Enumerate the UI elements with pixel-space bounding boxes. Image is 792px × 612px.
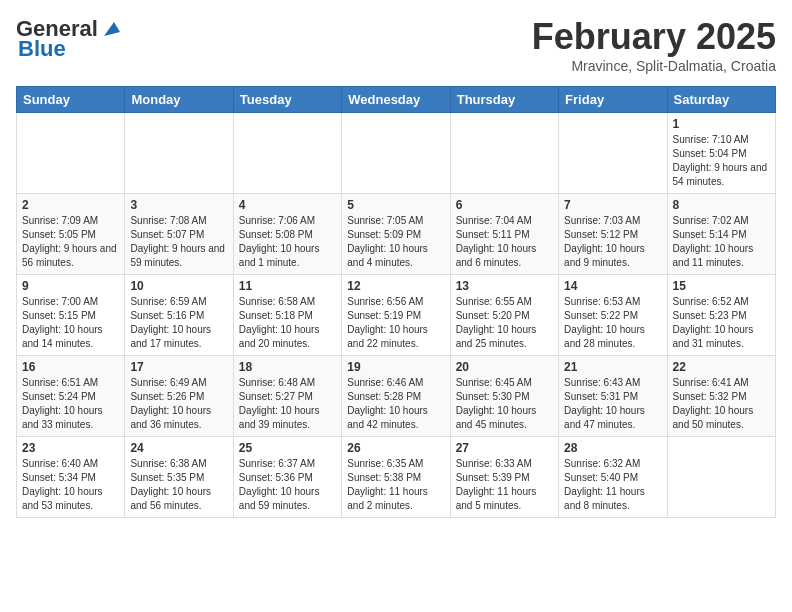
day-number: 27: [456, 441, 553, 455]
day-number: 9: [22, 279, 119, 293]
weekday-header-saturday: Saturday: [667, 87, 775, 113]
calendar-cell: 21Sunrise: 6:43 AM Sunset: 5:31 PM Dayli…: [559, 356, 667, 437]
day-info: Sunrise: 6:38 AM Sunset: 5:35 PM Dayligh…: [130, 457, 227, 513]
day-number: 28: [564, 441, 661, 455]
logo-blue: Blue: [18, 36, 66, 62]
calendar-cell: [559, 113, 667, 194]
calendar-cell: [450, 113, 558, 194]
day-info: Sunrise: 6:46 AM Sunset: 5:28 PM Dayligh…: [347, 376, 444, 432]
day-number: 13: [456, 279, 553, 293]
day-number: 23: [22, 441, 119, 455]
weekday-header-monday: Monday: [125, 87, 233, 113]
day-number: 17: [130, 360, 227, 374]
calendar-cell: 10Sunrise: 6:59 AM Sunset: 5:16 PM Dayli…: [125, 275, 233, 356]
calendar-cell: 19Sunrise: 6:46 AM Sunset: 5:28 PM Dayli…: [342, 356, 450, 437]
calendar-cell: 26Sunrise: 6:35 AM Sunset: 5:38 PM Dayli…: [342, 437, 450, 518]
calendar-cell: 3Sunrise: 7:08 AM Sunset: 5:07 PM Daylig…: [125, 194, 233, 275]
calendar-cell: 25Sunrise: 6:37 AM Sunset: 5:36 PM Dayli…: [233, 437, 341, 518]
calendar-cell: 13Sunrise: 6:55 AM Sunset: 5:20 PM Dayli…: [450, 275, 558, 356]
day-number: 8: [673, 198, 770, 212]
day-number: 14: [564, 279, 661, 293]
day-number: 3: [130, 198, 227, 212]
calendar-cell: 4Sunrise: 7:06 AM Sunset: 5:08 PM Daylig…: [233, 194, 341, 275]
day-number: 7: [564, 198, 661, 212]
day-info: Sunrise: 6:45 AM Sunset: 5:30 PM Dayligh…: [456, 376, 553, 432]
weekday-header-sunday: Sunday: [17, 87, 125, 113]
calendar-cell: 27Sunrise: 6:33 AM Sunset: 5:39 PM Dayli…: [450, 437, 558, 518]
day-number: 20: [456, 360, 553, 374]
page-header: General Blue February 2025 Mravince, Spl…: [16, 16, 776, 74]
day-info: Sunrise: 7:09 AM Sunset: 5:05 PM Dayligh…: [22, 214, 119, 270]
day-info: Sunrise: 7:06 AM Sunset: 5:08 PM Dayligh…: [239, 214, 336, 270]
day-info: Sunrise: 6:59 AM Sunset: 5:16 PM Dayligh…: [130, 295, 227, 351]
calendar-week-5: 23Sunrise: 6:40 AM Sunset: 5:34 PM Dayli…: [17, 437, 776, 518]
day-number: 16: [22, 360, 119, 374]
calendar-cell: 2Sunrise: 7:09 AM Sunset: 5:05 PM Daylig…: [17, 194, 125, 275]
calendar-week-4: 16Sunrise: 6:51 AM Sunset: 5:24 PM Dayli…: [17, 356, 776, 437]
day-number: 15: [673, 279, 770, 293]
calendar-table: SundayMondayTuesdayWednesdayThursdayFrid…: [16, 86, 776, 518]
day-info: Sunrise: 6:51 AM Sunset: 5:24 PM Dayligh…: [22, 376, 119, 432]
day-info: Sunrise: 6:49 AM Sunset: 5:26 PM Dayligh…: [130, 376, 227, 432]
day-info: Sunrise: 7:10 AM Sunset: 5:04 PM Dayligh…: [673, 133, 770, 189]
day-info: Sunrise: 7:04 AM Sunset: 5:11 PM Dayligh…: [456, 214, 553, 270]
weekday-header-thursday: Thursday: [450, 87, 558, 113]
day-number: 11: [239, 279, 336, 293]
day-info: Sunrise: 7:05 AM Sunset: 5:09 PM Dayligh…: [347, 214, 444, 270]
calendar-cell: 15Sunrise: 6:52 AM Sunset: 5:23 PM Dayli…: [667, 275, 775, 356]
day-info: Sunrise: 6:58 AM Sunset: 5:18 PM Dayligh…: [239, 295, 336, 351]
calendar-cell: 23Sunrise: 6:40 AM Sunset: 5:34 PM Dayli…: [17, 437, 125, 518]
calendar-cell: 17Sunrise: 6:49 AM Sunset: 5:26 PM Dayli…: [125, 356, 233, 437]
day-number: 24: [130, 441, 227, 455]
calendar-body: 1Sunrise: 7:10 AM Sunset: 5:04 PM Daylig…: [17, 113, 776, 518]
weekday-header-tuesday: Tuesday: [233, 87, 341, 113]
day-number: 21: [564, 360, 661, 374]
day-info: Sunrise: 6:32 AM Sunset: 5:40 PM Dayligh…: [564, 457, 661, 513]
day-info: Sunrise: 6:43 AM Sunset: 5:31 PM Dayligh…: [564, 376, 661, 432]
calendar-cell: 14Sunrise: 6:53 AM Sunset: 5:22 PM Dayli…: [559, 275, 667, 356]
day-info: Sunrise: 6:33 AM Sunset: 5:39 PM Dayligh…: [456, 457, 553, 513]
calendar-cell: 5Sunrise: 7:05 AM Sunset: 5:09 PM Daylig…: [342, 194, 450, 275]
day-number: 2: [22, 198, 119, 212]
logo: General Blue: [16, 16, 122, 62]
calendar-cell: [17, 113, 125, 194]
calendar-cell: [125, 113, 233, 194]
title-block: February 2025 Mravince, Split-Dalmatia, …: [532, 16, 776, 74]
calendar-cell: 9Sunrise: 7:00 AM Sunset: 5:15 PM Daylig…: [17, 275, 125, 356]
day-info: Sunrise: 7:02 AM Sunset: 5:14 PM Dayligh…: [673, 214, 770, 270]
calendar-week-3: 9Sunrise: 7:00 AM Sunset: 5:15 PM Daylig…: [17, 275, 776, 356]
day-info: Sunrise: 6:35 AM Sunset: 5:38 PM Dayligh…: [347, 457, 444, 513]
svg-marker-0: [104, 22, 120, 36]
location: Mravince, Split-Dalmatia, Croatia: [532, 58, 776, 74]
calendar-cell: 11Sunrise: 6:58 AM Sunset: 5:18 PM Dayli…: [233, 275, 341, 356]
weekday-header-row: SundayMondayTuesdayWednesdayThursdayFrid…: [17, 87, 776, 113]
day-number: 25: [239, 441, 336, 455]
calendar-week-2: 2Sunrise: 7:09 AM Sunset: 5:05 PM Daylig…: [17, 194, 776, 275]
month-year: February 2025: [532, 16, 776, 58]
day-number: 6: [456, 198, 553, 212]
day-number: 26: [347, 441, 444, 455]
calendar-cell: 12Sunrise: 6:56 AM Sunset: 5:19 PM Dayli…: [342, 275, 450, 356]
day-info: Sunrise: 6:41 AM Sunset: 5:32 PM Dayligh…: [673, 376, 770, 432]
calendar-cell: 22Sunrise: 6:41 AM Sunset: 5:32 PM Dayli…: [667, 356, 775, 437]
calendar-cell: 28Sunrise: 6:32 AM Sunset: 5:40 PM Dayli…: [559, 437, 667, 518]
day-info: Sunrise: 6:40 AM Sunset: 5:34 PM Dayligh…: [22, 457, 119, 513]
weekday-header-wednesday: Wednesday: [342, 87, 450, 113]
day-number: 19: [347, 360, 444, 374]
calendar-cell: 24Sunrise: 6:38 AM Sunset: 5:35 PM Dayli…: [125, 437, 233, 518]
calendar-cell: [342, 113, 450, 194]
calendar-cell: 1Sunrise: 7:10 AM Sunset: 5:04 PM Daylig…: [667, 113, 775, 194]
day-info: Sunrise: 7:08 AM Sunset: 5:07 PM Dayligh…: [130, 214, 227, 270]
day-number: 12: [347, 279, 444, 293]
logo-icon: [100, 18, 122, 40]
calendar-cell: 6Sunrise: 7:04 AM Sunset: 5:11 PM Daylig…: [450, 194, 558, 275]
day-number: 5: [347, 198, 444, 212]
day-info: Sunrise: 6:48 AM Sunset: 5:27 PM Dayligh…: [239, 376, 336, 432]
day-info: Sunrise: 7:00 AM Sunset: 5:15 PM Dayligh…: [22, 295, 119, 351]
calendar-cell: 8Sunrise: 7:02 AM Sunset: 5:14 PM Daylig…: [667, 194, 775, 275]
calendar-cell: 7Sunrise: 7:03 AM Sunset: 5:12 PM Daylig…: [559, 194, 667, 275]
calendar-cell: 16Sunrise: 6:51 AM Sunset: 5:24 PM Dayli…: [17, 356, 125, 437]
calendar-cell: [233, 113, 341, 194]
day-info: Sunrise: 6:37 AM Sunset: 5:36 PM Dayligh…: [239, 457, 336, 513]
day-info: Sunrise: 6:52 AM Sunset: 5:23 PM Dayligh…: [673, 295, 770, 351]
